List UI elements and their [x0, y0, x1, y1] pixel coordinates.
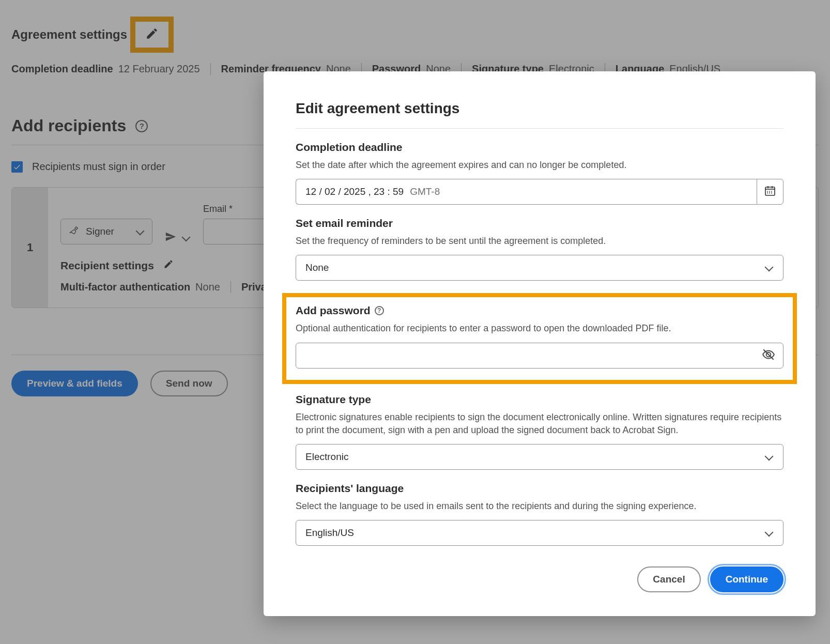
- reminder-field-group: Set email reminder Set the frequency of …: [296, 217, 783, 281]
- deadline-datetime-value: 12 / 02 / 2025 , 23 : 59: [305, 186, 404, 197]
- sigtype-select[interactable]: Electronic: [296, 444, 783, 470]
- password-desc: Optional authentication for recipients t…: [296, 322, 783, 335]
- language-select-value: English/US: [305, 527, 354, 539]
- deadline-timezone: GMT-8: [410, 186, 440, 197]
- help-icon[interactable]: ?: [375, 306, 384, 315]
- reminder-label: Set email reminder: [296, 217, 783, 229]
- password-input[interactable]: [296, 343, 783, 369]
- password-field-group: Add password ? Optional authentication f…: [296, 304, 783, 368]
- language-select[interactable]: English/US: [296, 520, 783, 546]
- sigtype-field-group: Signature type Electronic signatures ena…: [296, 393, 783, 470]
- svg-rect-0: [765, 187, 775, 195]
- sigtype-desc: Electronic signatures enable recipients …: [296, 411, 783, 437]
- dialog-title: Edit agreement settings: [296, 100, 783, 129]
- deadline-field-group: Completion deadline Set the date after w…: [296, 141, 783, 205]
- sigtype-select-value: Electronic: [305, 451, 348, 463]
- deadline-datetime-input[interactable]: 12 / 02 / 2025 , 23 : 59 GMT-8: [296, 179, 757, 205]
- password-label: Add password ?: [296, 304, 783, 317]
- language-label: Recipients' language: [296, 482, 783, 495]
- eye-slash-icon[interactable]: [762, 348, 775, 363]
- chevron-down-icon: [764, 263, 774, 272]
- cancel-button[interactable]: Cancel: [637, 566, 700, 592]
- sigtype-label: Signature type: [296, 393, 783, 406]
- chevron-down-icon: [764, 452, 774, 462]
- password-highlight-box: Add password ? Optional authentication f…: [282, 293, 797, 384]
- deadline-desc: Set the date after which the agreement e…: [296, 159, 783, 172]
- password-label-text: Add password: [296, 304, 371, 317]
- deadline-label: Completion deadline: [296, 141, 783, 154]
- language-desc: Select the language to be used in emails…: [296, 500, 783, 513]
- reminder-select-value: None: [305, 262, 329, 273]
- reminder-select[interactable]: None: [296, 255, 783, 281]
- chevron-down-icon: [764, 528, 774, 538]
- language-field-group: Recipients' language Select the language…: [296, 482, 783, 546]
- edit-agreement-settings-dialog: Edit agreement settings Completion deadl…: [264, 71, 816, 616]
- continue-button[interactable]: Continue: [710, 566, 783, 592]
- calendar-icon: [764, 185, 776, 199]
- calendar-button[interactable]: [757, 179, 783, 205]
- reminder-desc: Set the frequency of reminders to be sen…: [296, 235, 783, 248]
